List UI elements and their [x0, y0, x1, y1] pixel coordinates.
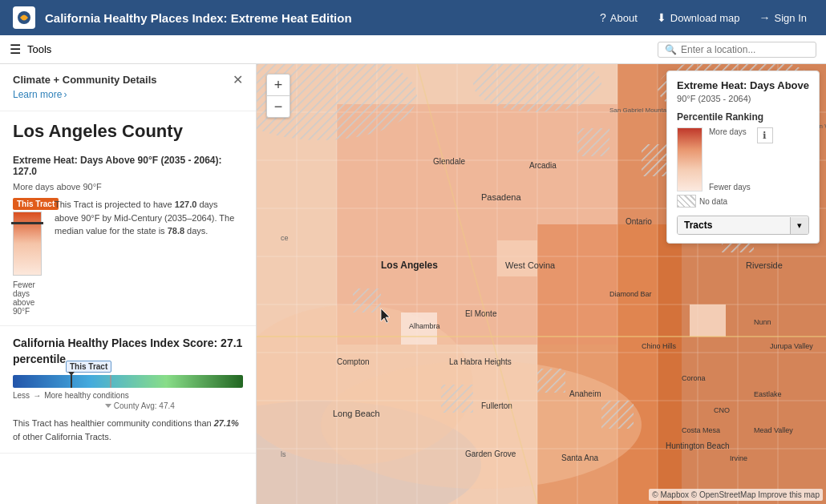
legend-fewer-days-label: Fewer days	[709, 183, 751, 192]
percentile-ranking-label: Percentile Ranking	[677, 111, 809, 123]
no-data-row: No data	[677, 195, 809, 208]
hpi-bar-wrapper: This Tract	[13, 375, 243, 388]
map-attribution: © Mapbox © OpenStreetMap Improve this ma…	[649, 489, 823, 501]
menu-icon[interactable]: ☰	[10, 42, 21, 57]
learn-more-link[interactable]: Learn more ›	[13, 89, 67, 100]
svg-rect-43	[601, 401, 634, 429]
no-data-label: No data	[699, 197, 727, 206]
search-input[interactable]	[681, 44, 809, 55]
legend-panel: Extreme Heat: Days Above 90°F (2035 - 20…	[666, 71, 820, 244]
svg-text:West Covina: West Covina	[505, 260, 556, 270]
svg-text:Pasadena: Pasadena	[481, 192, 521, 202]
legend-gradient-swatch	[677, 127, 703, 192]
svg-rect-39	[497, 240, 537, 276]
svg-text:Riverside: Riverside	[746, 260, 783, 270]
tracts-dropdown-label: Tracts	[678, 216, 790, 234]
chevron-right-icon: ›	[63, 89, 67, 100]
county-avg-label: County Avg: 47.4	[114, 401, 175, 410]
toolbar: ☰ Tools 🔍	[0, 35, 826, 64]
svg-text:Fullerton: Fullerton	[481, 401, 512, 410]
sidebar-climate-header: Climate + Community Details ✕ Learn more…	[0, 64, 256, 111]
county-name: Los Angeles County	[0, 111, 256, 145]
tracts-dropdown[interactable]: Tracts ▾	[677, 216, 809, 235]
sign-in-button[interactable]: → Sign In	[753, 8, 813, 27]
svg-text:Alhambra: Alhambra	[409, 322, 440, 330]
close-button[interactable]: ✕	[233, 74, 243, 87]
sidebar-section-title: Climate + Community Details	[13, 74, 157, 86]
app-title: California Healthy Places Index: Extreme…	[45, 11, 584, 25]
heat-label-bottom: Fewer days above 90°F	[13, 280, 45, 316]
svg-text:Arcadia: Arcadia	[529, 161, 557, 170]
heat-bar-indicator	[11, 222, 43, 224]
map-zoom-controls: + −	[266, 74, 290, 118]
county-avg-container: County Avg: 47.4	[105, 401, 243, 410]
hpi-title: California Healthy Places Index Score: 2…	[13, 336, 243, 367]
hpi-bar	[13, 375, 243, 388]
download-icon: ⬇	[657, 11, 666, 24]
hpi-note: This Tract has healthier community condi…	[13, 417, 243, 443]
county-avg-arrow-icon	[105, 404, 111, 408]
svg-text:Garden Grove: Garden Grove	[465, 450, 516, 458]
search-icon: 🔍	[665, 44, 677, 55]
tools-label: Tools	[27, 43, 51, 55]
svg-text:Huntington Beach: Huntington Beach	[666, 442, 730, 450]
svg-text:Ontario: Ontario	[626, 217, 652, 226]
svg-rect-36	[353, 288, 381, 312]
map-area[interactable]: Pasadena West Covina Los Angeles El Mont…	[257, 64, 826, 504]
svg-text:Compton: Compton	[337, 357, 370, 366]
svg-text:Anaheim: Anaheim	[569, 389, 601, 398]
svg-rect-37	[577, 128, 609, 156]
hpi-more-label: More healthy conditions	[44, 391, 129, 400]
header-actions: ? About ⬇ Download map → Sign In	[593, 8, 813, 27]
hpi-legend: Less → More healthy conditions	[13, 391, 243, 400]
svg-text:Long Beach: Long Beach	[333, 409, 380, 418]
svg-point-8	[321, 361, 642, 489]
svg-text:Corona: Corona	[682, 374, 706, 382]
signin-icon: →	[759, 11, 771, 24]
legend-more-days-label: More days	[709, 127, 751, 136]
svg-text:La Habra Heights: La Habra Heights	[449, 357, 512, 366]
about-button[interactable]: ? About	[593, 8, 644, 27]
heat-median: 78.8	[168, 226, 184, 236]
legend-info-button[interactable]: ℹ	[757, 127, 773, 143]
about-icon: ?	[600, 11, 606, 24]
hpi-less-label: Less	[13, 391, 30, 400]
svg-text:Nunn: Nunn	[754, 318, 771, 326]
svg-text:Santa Ana: Santa Ana	[561, 454, 599, 462]
svg-text:Jurupa Valley: Jurupa Valley	[770, 342, 813, 350]
main-content: Climate + Community Details ✕ Learn more…	[0, 64, 826, 504]
bar-container: This Tract Fewer days above 90°F This Tr…	[13, 198, 243, 316]
zoom-in-button[interactable]: +	[267, 75, 290, 95]
tract-badge: This Tract	[13, 198, 59, 210]
app-header: California Healthy Places Index: Extreme…	[0, 0, 826, 35]
svg-text:Costa Mesa: Costa Mesa	[682, 426, 720, 434]
svg-text:ce: ce	[281, 234, 289, 242]
hpi-section: California Healthy Places Index Score: 2…	[0, 326, 256, 454]
legend-title: Extreme Heat: Days Above	[677, 79, 809, 91]
hpi-percentile-note: 27.1%	[214, 418, 239, 428]
svg-rect-40	[690, 304, 726, 337]
heat-bar-gradient	[13, 212, 42, 276]
download-map-button[interactable]: ⬇ Download map	[650, 8, 747, 27]
heat-label-top: More days above 90°F	[13, 182, 243, 192]
legend-gradient-labels: More days Fewer days	[709, 127, 751, 192]
zoom-out-button[interactable]: −	[267, 96, 290, 117]
svg-rect-41	[441, 385, 473, 413]
svg-text:Diamond Bar: Diamond Bar	[609, 290, 652, 298]
hpi-arrow-icon: →	[33, 391, 41, 400]
app-logo	[13, 6, 35, 29]
svg-text:Irvine: Irvine	[730, 454, 747, 462]
no-data-swatch	[677, 195, 696, 208]
svg-text:El Monte: El Monte	[465, 309, 497, 318]
hpi-tract-marker	[71, 375, 72, 388]
heat-description: This Tract is projected to have 127.0 da…	[55, 198, 243, 238]
tracts-dropdown-arrow: ▾	[790, 217, 808, 234]
legend-subtitle: 90°F (2035 - 2064)	[677, 93, 809, 105]
hpi-tract-label: This Tract	[66, 361, 111, 373]
bar-visual: This Tract Fewer days above 90°F	[13, 198, 45, 316]
svg-text:Mead Valley: Mead Valley	[754, 426, 793, 434]
svg-rect-42	[537, 369, 565, 393]
svg-text:ls: ls	[281, 450, 286, 458]
svg-text:Chino Hills: Chino Hills	[642, 342, 677, 350]
search-box: 🔍	[658, 42, 816, 58]
